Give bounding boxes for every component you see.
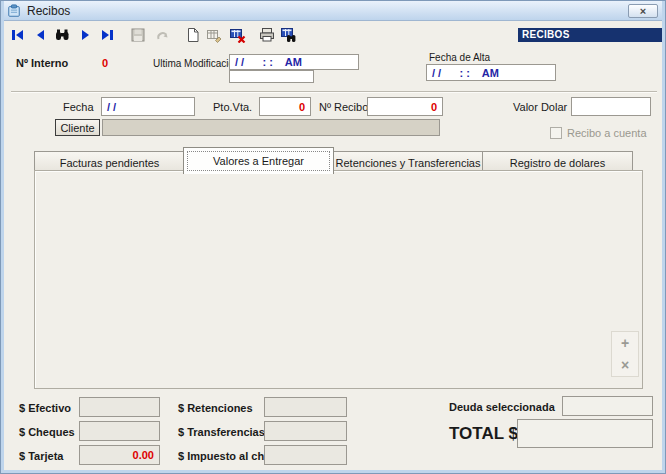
save-button[interactable] [129, 26, 147, 44]
fecha-field[interactable]: / / [101, 97, 195, 116]
sum-retenciones-field [264, 397, 347, 417]
fecha-label: Fecha [63, 101, 94, 113]
sum-transferencias-label: $ Transferencias [178, 426, 265, 438]
valor-dolar-label: Valor Dolar [513, 101, 567, 113]
nro-recibo-label: Nº Recibo [319, 101, 368, 113]
edit-grid-icon [206, 27, 223, 43]
sum-retenciones-label: $ Retenciones [178, 402, 253, 414]
undo-button[interactable] [153, 26, 171, 44]
app-icon [7, 4, 21, 18]
nro-interno-label: Nº Interno [16, 57, 68, 69]
window-title: Recibos [27, 4, 70, 18]
binoculars-icon [54, 27, 71, 43]
nro-recibo-field[interactable]: 0 [367, 97, 443, 116]
sum-efectivo-field [79, 397, 160, 417]
search-button[interactable] [53, 26, 71, 44]
last-record-icon [99, 27, 115, 43]
delete-record-button[interactable] [229, 26, 247, 44]
sum-tarjeta-label: $ Tarjeta [19, 450, 63, 462]
valor-dolar-field[interactable] [571, 97, 651, 116]
deuda-seleccionada-field [562, 396, 653, 416]
save-icon [130, 27, 146, 43]
fecha-alta-field: / / : : AM [426, 64, 556, 81]
printer-icon [259, 27, 275, 43]
deuda-seleccionada-label: Deuda seleccionada [449, 401, 555, 413]
previous-record-icon [33, 27, 49, 43]
recibo-a-cuenta-label: Recibo a cuenta [567, 127, 647, 139]
fecha-alta-label: Fecha de Alta [429, 52, 490, 63]
first-record-icon [10, 27, 26, 43]
pto-vta-field[interactable]: 0 [259, 97, 311, 116]
remove-row-button[interactable]: × [621, 358, 629, 372]
tab-valores-a-entregar[interactable]: Valores a Entregar [183, 147, 334, 174]
new-document-icon [185, 27, 201, 43]
edit-record-button[interactable] [205, 26, 223, 44]
sum-efectivo-label: $ Efectivo [19, 402, 71, 414]
recibo-a-cuenta-checkbox[interactable] [550, 127, 562, 139]
pto-vta-label: Pto.Vta. [213, 101, 252, 113]
recibos-window: Recibos × [0, 0, 666, 474]
ultima-modificacion-label: Ultima Modificación [153, 58, 240, 69]
undo-icon [154, 27, 170, 43]
grid-search-button[interactable] [280, 26, 298, 44]
nro-interno-value: 0 [102, 57, 108, 69]
sum-transferencias-field [264, 421, 347, 441]
print-button[interactable] [258, 26, 276, 44]
sum-cheques-label: $ Cheques [19, 426, 75, 438]
title-bar: Recibos [1, 1, 665, 21]
total-field [517, 419, 653, 448]
delete-grid-icon [229, 27, 247, 43]
form-badge: RECIBOS [518, 28, 663, 42]
cliente-field[interactable] [102, 119, 440, 136]
total-label: TOTAL $ [449, 424, 518, 444]
grid-row-controls: + × [611, 331, 639, 377]
sum-impuesto-field [264, 445, 347, 465]
sum-tarjeta-field: 0.00 [79, 445, 160, 465]
valores-panel [34, 170, 643, 389]
next-record-button[interactable] [76, 26, 94, 44]
close-icon: × [640, 6, 646, 17]
close-button[interactable]: × [628, 4, 658, 18]
last-record-button[interactable] [98, 26, 116, 44]
sum-cheques-field [79, 421, 160, 441]
first-record-button[interactable] [9, 26, 27, 44]
ultima-modificacion-field: / / : : AM [229, 54, 359, 70]
usuario-modificacion-field [229, 70, 314, 83]
grid-binoculars-icon [280, 27, 298, 43]
header-divider [11, 91, 657, 93]
sum-impuesto-label: $ Impuesto al ch. [178, 450, 267, 462]
new-record-button[interactable] [184, 26, 202, 44]
previous-record-button[interactable] [32, 26, 50, 44]
cliente-button[interactable]: Cliente [55, 119, 100, 136]
add-row-button[interactable]: + [621, 336, 629, 350]
next-record-icon [77, 27, 93, 43]
